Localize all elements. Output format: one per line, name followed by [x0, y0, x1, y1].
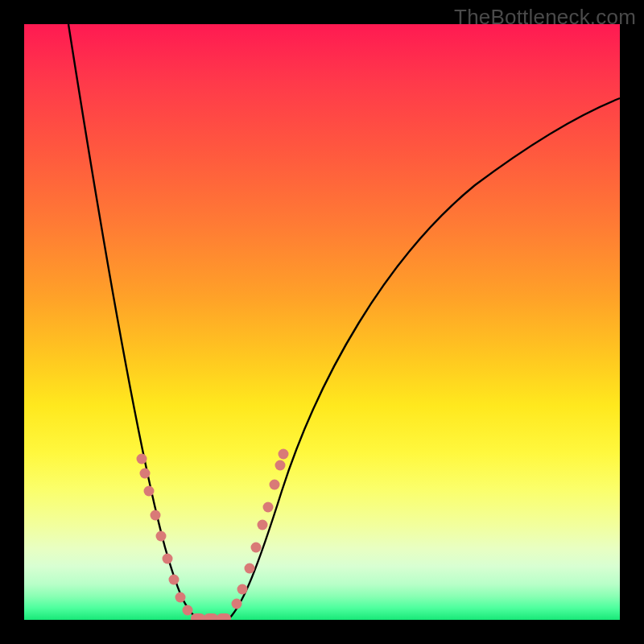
- data-marker: [140, 469, 151, 479]
- data-marker: [156, 531, 167, 542]
- data-marker: [263, 502, 274, 513]
- watermark-text: TheBottleneck.com: [454, 5, 636, 30]
- data-marker: [144, 486, 155, 497]
- data-marker: [245, 564, 255, 574]
- data-marker: [279, 449, 289, 460]
- chart-frame: TheBottleneck.com: [0, 0, 644, 644]
- data-marker: [183, 605, 193, 616]
- plot-area: [24, 24, 620, 620]
- data-marker: [270, 480, 280, 490]
- data-marker: [258, 520, 268, 530]
- data-marker: [151, 510, 161, 521]
- data-marker: [232, 599, 242, 609]
- data-marker: [175, 592, 186, 603]
- data-marker: [169, 575, 180, 585]
- data-marker: [217, 613, 231, 620]
- data-marker: [251, 543, 262, 553]
- data-marker: [163, 554, 173, 564]
- data-markers: [24, 24, 620, 620]
- data-marker: [275, 460, 286, 471]
- data-marker: [237, 584, 248, 595]
- data-marker: [137, 454, 147, 464]
